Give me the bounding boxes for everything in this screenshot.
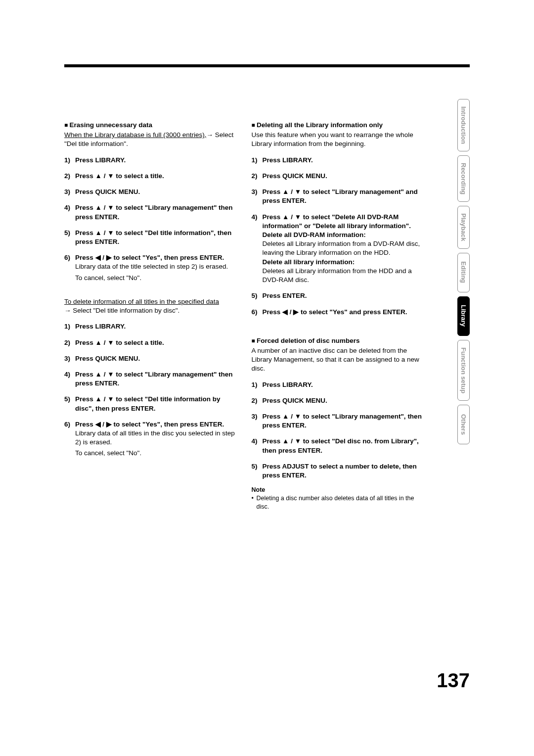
step-num: 3): [64, 188, 70, 196]
step-head: Press ▲ / ▼ to select "Library managemen…: [75, 371, 233, 387]
step-head: Press ▲ / ▼ to select a title.: [75, 339, 164, 346]
tab-library[interactable]: Library: [457, 296, 470, 336]
step: 3)Press ▲ / ▼ to select "Library managem…: [252, 412, 423, 430]
step: 1)Press LIBRARY.: [64, 156, 236, 165]
section-title-deleting-all: Deleting all the Library information onl…: [252, 121, 423, 130]
step: 6)Press ◀ / ▶ to select "Yes", then pres…: [64, 253, 236, 283]
step: 1)Press LIBRARY.: [252, 380, 423, 389]
step-num: 4): [64, 203, 70, 212]
step-num: 1): [64, 322, 70, 331]
step-head: Press ADJUST to select a number to delet…: [263, 463, 417, 479]
step-num: 1): [252, 380, 258, 389]
step-head: Press QUICK MENU.: [75, 188, 140, 195]
note-body: Deleting a disc number also deletes data…: [252, 494, 423, 511]
section-title-erasing: Erasing unnecessary data: [64, 121, 236, 130]
step-num: 4): [252, 437, 258, 446]
step-head: Press LIBRARY.: [263, 156, 313, 164]
tab-playback[interactable]: Playback: [457, 206, 470, 248]
step-head: Press ▲ / ▼ to select "Del title informa…: [75, 229, 231, 245]
sub-body: Deletes all Library information from the…: [263, 267, 423, 284]
step-head: Press ENTER.: [263, 292, 307, 299]
step-num: 3): [64, 354, 70, 363]
page-content: Erasing unnecessary data When the Librar…: [64, 121, 423, 511]
step: 5)Press ADJUST to select a number to del…: [252, 462, 423, 480]
step: 4)Press ▲ / ▼ to select "Delete All DVD-…: [252, 213, 423, 285]
step-body: To cancel, select "No".: [75, 274, 236, 283]
step-head: Press ◀ / ▶ to select "Yes", then press …: [75, 421, 224, 428]
step: 3)Press QUICK MENU.: [64, 188, 236, 196]
step: 5)Press ▲ / ▼ to select "Del title infor…: [64, 395, 236, 413]
step: 3)Press ▲ / ▼ to select "Library managem…: [252, 188, 423, 205]
step-head: Press ◀ / ▶ to select "Yes" and press EN…: [263, 308, 407, 316]
note-delete-all-titles: To delete information of all titles in t…: [64, 297, 236, 315]
step: 1)Press LIBRARY.: [252, 156, 423, 165]
step-head: Press LIBRARY.: [263, 381, 313, 388]
step-head: Press ▲ / ▼ to select "Library managemen…: [263, 413, 422, 429]
step-num: 3): [252, 412, 258, 421]
step-num: 2): [64, 338, 70, 347]
step-num: 1): [64, 156, 70, 165]
step-head: Press QUICK MENU.: [263, 397, 327, 404]
sub-head: Delete all DVD-RAM information:: [263, 231, 423, 239]
intro-forced-deletion: A number of an inactive disc can be dele…: [252, 346, 423, 374]
note-rest: → Select "Del title information by disc"…: [64, 307, 179, 314]
step-num: 5): [64, 395, 70, 404]
step-num: 4): [252, 213, 258, 222]
step-head: Press QUICK MENU.: [263, 172, 327, 180]
step: 6)Press ◀ / ▶ to select "Yes" and press …: [252, 308, 423, 317]
tab-others[interactable]: Others: [457, 405, 470, 444]
intro-deleting-all: Use this feature when you want to rearra…: [252, 131, 423, 148]
step-num: 6): [252, 308, 258, 317]
step: 2)Press QUICK MENU.: [252, 172, 423, 181]
tab-editing[interactable]: Editing: [457, 253, 470, 292]
step-head: Press ▲ / ▼ to select "Del disc no. from…: [263, 437, 419, 454]
step-head: Press LIBRARY.: [75, 323, 126, 330]
step-head: Press ▲ / ▼ to select "Delete All DVD-RA…: [263, 213, 411, 230]
tab-recording[interactable]: Recording: [457, 155, 470, 202]
step-body: Library data of all titles in the disc y…: [75, 429, 236, 447]
step: 2)Press ▲ / ▼ to select a title.: [64, 338, 236, 347]
intro-arrow: →: [206, 131, 213, 139]
step-head: Press ▲ / ▼ to select "Library managemen…: [263, 188, 418, 204]
step: 6)Press ◀ / ▶ to select "Yes", then pres…: [64, 420, 236, 458]
tab-introduction[interactable]: Introduction: [457, 99, 470, 151]
top-rule: [64, 64, 470, 67]
step-head: Press ▲ / ▼ to select "Del title informa…: [75, 395, 220, 412]
note-underline: To delete information of all titles in t…: [64, 298, 219, 305]
step-head: Press ◀ / ▶ to select "Yes", then press …: [75, 254, 224, 261]
step-head: Press ▲ / ▼ to select "Library managemen…: [75, 204, 233, 220]
step: 4)Press ▲ / ▼ to select "Library managem…: [64, 370, 236, 388]
step-num: 6): [64, 420, 70, 429]
side-tabs: Introduction Recording Playback Editing …: [430, 99, 470, 444]
step-head: Press ▲ / ▼ to select a title.: [75, 172, 164, 180]
step: 2)Press ▲ / ▼ to select a title.: [64, 172, 236, 181]
step-num: 1): [252, 156, 258, 165]
step-body: To cancel, select "No".: [75, 449, 236, 458]
step: 5)Press ENTER.: [252, 291, 423, 300]
step-num: 3): [252, 188, 258, 196]
step-num: 6): [64, 253, 70, 262]
intro-erasing: When the Library database is full (3000 …: [64, 131, 236, 148]
step: 1)Press LIBRARY.: [64, 322, 236, 331]
step-num: 4): [64, 370, 70, 379]
step-num: 5): [252, 462, 258, 471]
intro-underline: When the Library database is full (3000 …: [64, 131, 206, 139]
step-num: 2): [64, 172, 70, 181]
tab-function-setup[interactable]: Function setup: [457, 340, 470, 401]
step-num: 2): [252, 396, 258, 405]
left-column: Erasing unnecessary data When the Librar…: [64, 121, 236, 511]
step: 4)Press ▲ / ▼ to select "Del disc no. fr…: [252, 437, 423, 455]
step: 3)Press QUICK MENU.: [64, 354, 236, 363]
step-num: 2): [252, 172, 258, 181]
sub-head: Delete all library information:: [263, 258, 423, 267]
note-heading: Note: [252, 486, 423, 494]
page-number: 137: [437, 669, 470, 692]
step-head: Press QUICK MENU.: [75, 355, 140, 362]
step-num: 5): [64, 229, 70, 237]
step: 4)Press ▲ / ▼ to select "Library managem…: [64, 203, 236, 221]
step: 5)Press ▲ / ▼ to select "Del title infor…: [64, 229, 236, 246]
step-num: 5): [252, 291, 258, 300]
step-head: Press LIBRARY.: [75, 156, 126, 164]
step: 2)Press QUICK MENU.: [252, 396, 423, 405]
right-column: Deleting all the Library information onl…: [252, 121, 423, 511]
